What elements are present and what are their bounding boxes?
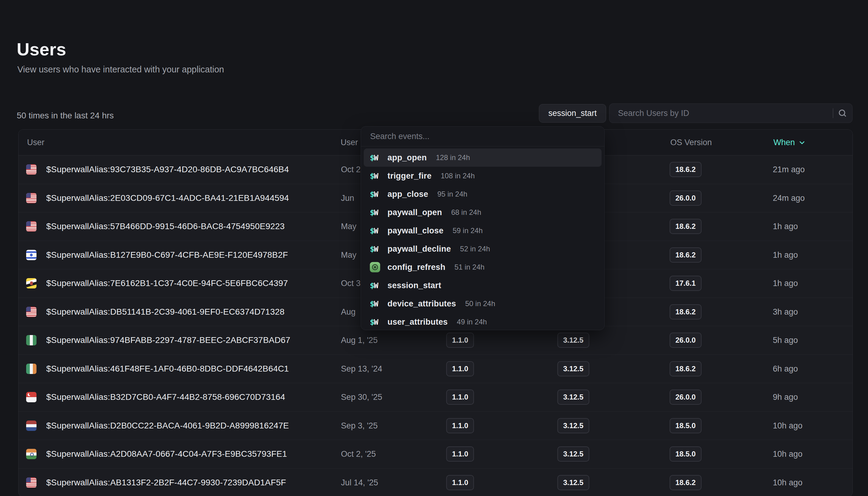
superwall-event-icon: $W [370,209,381,216]
sdk-version-badge: 3.12.5 [558,389,590,405]
event-list-item[interactable]: $Wpaywall_open68 in 24h [364,203,601,221]
event-count: 95 in 24h [437,190,467,198]
event-list-item[interactable]: $Wapp_open128 in 24h [364,149,601,167]
superwall-event-icon: $W [370,172,381,180]
app-version-badge: 1.1.0 [446,418,474,433]
superwall-event-icon: $W [370,300,381,308]
user-first-seen: Jun [341,193,354,203]
last-seen: 10h ago [773,449,803,459]
event-filter-button[interactable]: session_start [539,104,606,123]
event-name: paywall_open [387,208,442,217]
user-first-seen: Jul 14, '25 [341,478,378,487]
country-flag-icon [26,449,36,459]
event-list-item[interactable]: $Wsession_start [364,276,601,295]
event-name: paywall_decline [387,244,451,254]
column-header-when-label: When [773,138,795,147]
table-row[interactable]: $SuperwallAlias:AB1313F2-2B2F-44C7-9930-… [19,469,852,496]
user-first-seen: May [341,250,356,260]
event-count: 50 in 24h [465,299,495,308]
user-first-seen: May [341,222,356,231]
superwall-event-icon: $W [370,318,381,326]
country-flag-icon [26,478,36,488]
os-version-badge: 18.6.2 [670,304,702,320]
last-seen: 21m ago [773,165,805,174]
event-list-item[interactable]: $Wtrigger_fire108 in 24h [364,167,601,185]
os-version-badge: 18.6.2 [670,162,702,177]
country-flag-icon [26,221,36,232]
user-alias: $SuperwallAlias:461F48FE-1AF0-46B0-8DBC-… [46,364,289,374]
event-name: paywall_close [387,226,444,235]
event-list-item[interactable]: $Wdevice_attributes50 in 24h [364,295,601,313]
user-first-seen: Sep 13, '24 [341,364,382,373]
user-alias: $SuperwallAlias:AB1313F2-2B2F-44C7-9930-… [46,478,286,487]
table-row[interactable]: $SuperwallAlias:B32D7CB0-A4F7-44B2-8758-… [19,383,852,412]
user-search-box [609,104,852,123]
os-version-badge: 18.6.2 [670,475,702,490]
event-name: trigger_fire [387,171,432,181]
superwall-event-icon: $W [370,282,381,289]
last-seen: 9h ago [773,392,798,402]
os-version-badge: 18.6.2 [670,247,702,263]
superwall-event-icon: $W [370,227,381,235]
last-seen: 3h ago [773,307,798,316]
os-version-badge: 17.6.1 [670,276,702,291]
app-version-badge: 1.1.0 [446,475,474,490]
superwall-event-icon: $W [370,154,381,161]
config-refresh-icon [370,262,380,272]
os-version-badge: 18.6.2 [670,361,702,376]
user-first-seen: Sep 3, '25 [341,421,378,430]
page-title: Users [17,39,66,59]
table-row[interactable]: $SuperwallAlias:A2D08AA7-0667-4C04-A7F3-… [19,440,852,469]
event-name: user_attributes [387,317,448,327]
user-alias: $SuperwallAlias:DB51141B-2C39-4061-9EF0-… [46,307,284,317]
table-row[interactable]: $SuperwallAlias:974BFABB-2297-4787-BEEC-… [19,326,852,355]
event-count: 49 in 24h [457,318,487,326]
user-first-seen: Oct 2, '25 [341,449,376,459]
os-version-badge: 18.6.2 [670,219,702,234]
last-seen: 10h ago [773,478,803,487]
chevron-down-icon [798,138,806,146]
country-flag-icon [26,250,36,260]
sdk-version-badge: 3.12.5 [558,418,590,433]
user-alias: $SuperwallAlias:B32D7CB0-A4F7-44B2-8758-… [46,392,285,402]
search-icon [839,110,846,117]
user-first-seen: Oct 2 [341,165,361,174]
column-header-user: User [27,138,44,147]
event-name: app_close [387,189,428,199]
user-search-input[interactable] [618,109,830,118]
event-list-item[interactable]: $Wpaywall_close59 in 24h [364,221,601,240]
user-alias: $SuperwallAlias:57B466DD-9915-46D6-BAC8-… [46,221,285,231]
events-list: $Wapp_open128 in 24h$Wtrigger_fire108 in… [361,146,604,330]
os-version-badge: 26.0.0 [670,190,702,206]
event-list-item[interactable]: $Wpaywall_decline52 in 24h [364,240,601,258]
app-version-badge: 1.1.0 [446,446,474,462]
user-alias: $SuperwallAlias:7E6162B1-1C37-4C0E-94FC-… [46,278,288,288]
user-alias: $SuperwallAlias:93C73B35-A937-4D20-86DB-… [46,165,289,174]
events-search-row [361,127,604,146]
user-first-seen: Sep 30, '25 [341,392,382,402]
last-seen: 24m ago [773,193,805,203]
event-count: 68 in 24h [451,208,481,217]
event-count: 128 in 24h [436,153,470,162]
last-seen: 5h ago [773,336,798,345]
country-flag-icon [26,193,36,203]
event-list-item[interactable]: $Wuser_attributes49 in 24h [364,313,601,330]
event-list-item[interactable]: $Wapp_close95 in 24h [364,185,601,203]
event-name: config_refresh [387,263,445,272]
events-search-input[interactable] [370,132,595,141]
sdk-version-badge: 3.12.5 [558,475,590,490]
table-row[interactable]: $SuperwallAlias:461F48FE-1AF0-46B0-8DBC-… [19,355,852,383]
country-flag-icon [26,164,36,175]
event-list-item[interactable]: config_refresh51 in 24h [364,258,601,276]
table-row[interactable]: $SuperwallAlias:D2B0CC22-BACA-4061-9B2D-… [19,412,852,440]
superwall-event-icon: $W [370,245,381,253]
last-seen: 1h ago [773,222,798,231]
app-version-badge: 1.1.0 [446,361,474,376]
event-count: 51 in 24h [454,263,484,272]
app-version-badge: 1.1.0 [446,332,474,348]
column-header-when[interactable]: When [773,138,806,147]
os-version-badge: 26.0.0 [670,332,702,348]
country-flag-icon [26,420,36,431]
country-flag-icon [26,363,36,374]
event-count: 52 in 24h [460,245,490,253]
